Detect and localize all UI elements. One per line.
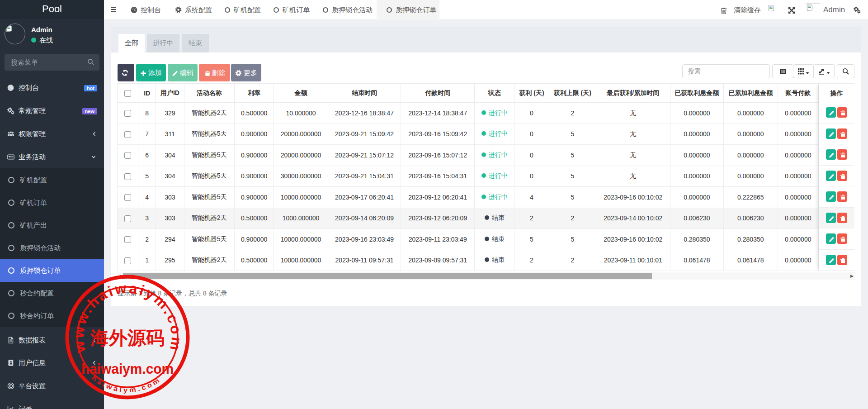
svg-text:海外源码: 海外源码 (90, 328, 165, 348)
svg-text:haiwaiym.com: haiwaiym.com (81, 361, 174, 377)
